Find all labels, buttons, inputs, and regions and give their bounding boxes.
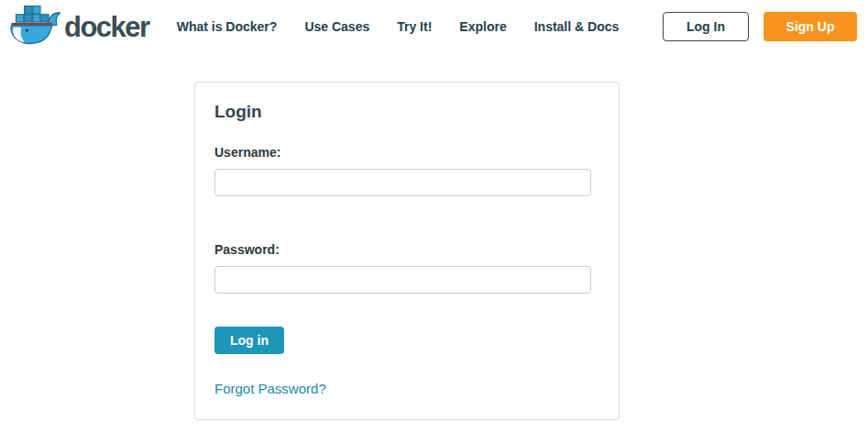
header: docker What is Docker? Use Cases Try It!… (0, 0, 868, 53)
nav-try-it[interactable]: Try It! (397, 19, 432, 34)
header-actions: Log In Sign Up (663, 12, 857, 41)
username-input[interactable] (214, 169, 591, 196)
nav-install-docs[interactable]: Install & Docs (534, 19, 620, 34)
login-submit-button[interactable]: Log in (214, 327, 284, 354)
username-label: Username: (214, 145, 599, 160)
login-card: Login Username: Password: Log in Forgot … (194, 82, 620, 420)
password-group: Password: (214, 242, 599, 294)
forgot-password-link[interactable]: Forgot Password? (214, 381, 326, 396)
main-nav: What is Docker? Use Cases Try It! Explor… (177, 19, 620, 34)
nav-use-cases[interactable]: Use Cases (304, 19, 369, 34)
login-card-title: Login (214, 102, 599, 122)
docker-whale-icon (9, 4, 62, 50)
nav-explore[interactable]: Explore (459, 19, 506, 34)
docker-logo[interactable]: docker (9, 4, 149, 50)
password-label: Password: (214, 242, 599, 257)
submit-row: Log in (214, 327, 599, 381)
brand-wordmark: docker (64, 13, 149, 41)
nav-what-is-docker[interactable]: What is Docker? (177, 19, 278, 34)
password-input[interactable] (214, 266, 591, 294)
header-signup-button[interactable]: Sign Up (764, 12, 857, 41)
header-login-button[interactable]: Log In (663, 12, 749, 41)
username-group: Username: (214, 145, 599, 196)
